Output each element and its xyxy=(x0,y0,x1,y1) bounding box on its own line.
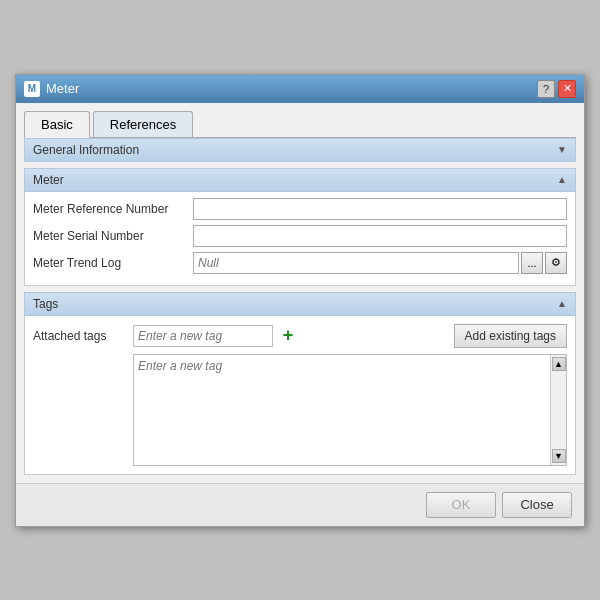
reference-number-row: Meter Reference Number xyxy=(33,198,567,220)
window-title: Meter xyxy=(46,81,79,96)
help-button[interactable]: ? xyxy=(537,80,555,98)
close-title-button[interactable]: ✕ xyxy=(558,80,576,98)
main-dialog: M Meter ? ✕ Basic References General Inf… xyxy=(15,74,585,527)
tags-section-header[interactable]: Tags ▲ xyxy=(24,292,576,316)
ok-button[interactable]: OK xyxy=(426,492,496,518)
dialog-footer: OK Close xyxy=(16,483,584,526)
tab-basic-panel: General Information ▼ Meter ▲ Meter Refe… xyxy=(24,138,576,475)
serial-number-row: Meter Serial Number xyxy=(33,225,567,247)
general-information-arrow: ▼ xyxy=(557,144,567,155)
add-tag-button[interactable]: + xyxy=(277,325,299,347)
tags-textarea[interactable] xyxy=(134,355,550,465)
add-existing-tags-button[interactable]: Add existing tags xyxy=(454,324,567,348)
tab-bar: Basic References xyxy=(24,111,576,138)
trend-log-group: ... ⚙ xyxy=(193,252,567,274)
reference-number-input[interactable] xyxy=(193,198,567,220)
trend-log-settings-button[interactable]: ⚙ xyxy=(545,252,567,274)
tab-basic[interactable]: Basic xyxy=(24,111,90,138)
trend-log-browse-button[interactable]: ... xyxy=(521,252,543,274)
scroll-up-button[interactable]: ▲ xyxy=(552,357,566,371)
dialog-body: Basic References General Information ▼ M… xyxy=(16,103,584,483)
window-icon: M xyxy=(24,81,40,97)
meter-form-content: Meter Reference Number Meter Serial Numb… xyxy=(24,192,576,286)
plus-icon: + xyxy=(283,325,294,346)
serial-number-input[interactable] xyxy=(193,225,567,247)
title-bar: M Meter ? ✕ xyxy=(16,75,584,103)
scroll-down-button[interactable]: ▼ xyxy=(552,449,566,463)
meter-section-label: Meter xyxy=(33,173,64,187)
tab-references[interactable]: References xyxy=(93,111,193,137)
trend-log-row: Meter Trend Log ... ⚙ xyxy=(33,252,567,274)
attached-tags-label: Attached tags xyxy=(33,329,133,343)
general-information-label: General Information xyxy=(33,143,139,157)
trend-log-label: Meter Trend Log xyxy=(33,256,193,270)
tags-scrollbar: ▲ ▼ xyxy=(550,355,566,465)
general-information-header[interactable]: General Information ▼ xyxy=(24,138,576,162)
reference-number-label: Meter Reference Number xyxy=(33,202,193,216)
new-tag-inline-input[interactable] xyxy=(133,325,273,347)
meter-section-arrow: ▲ xyxy=(557,174,567,185)
title-bar-left: M Meter xyxy=(24,81,79,97)
meter-section-header[interactable]: Meter ▲ xyxy=(24,168,576,192)
trend-log-input[interactable] xyxy=(193,252,519,274)
attached-tags-row: Attached tags + Add existing tags xyxy=(33,324,567,348)
tags-section-label: Tags xyxy=(33,297,58,311)
serial-number-label: Meter Serial Number xyxy=(33,229,193,243)
tags-textarea-wrapper: ▲ ▼ xyxy=(133,354,567,466)
close-button[interactable]: Close xyxy=(502,492,572,518)
tags-section-arrow: ▲ xyxy=(557,298,567,309)
title-buttons: ? ✕ xyxy=(537,80,576,98)
tags-content: Attached tags + Add existing tags ▲ ▼ xyxy=(24,316,576,475)
